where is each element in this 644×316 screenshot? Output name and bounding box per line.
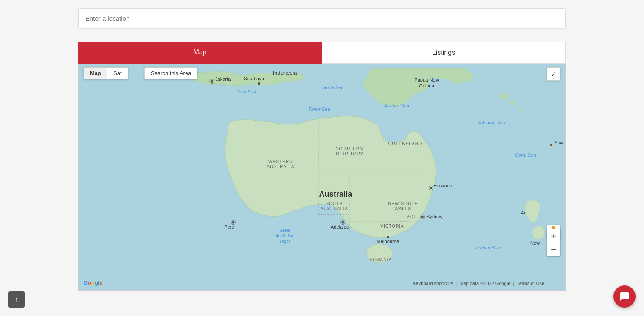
jakarta-dot [211,80,213,83]
great-australian-bight-label: Great [279,228,290,233]
terms-link[interactable]: Terms of Use [517,281,544,286]
map-view-btn-map[interactable]: Map [84,68,107,79]
new-zealand-label: New [530,240,540,245]
map-view-controls: Map Sat [84,67,128,79]
sydney-label: Sydney [427,214,443,219]
zoom-controls: + − [547,229,560,256]
tab-bar: Map Listings [78,42,566,64]
melbourne-dot [387,236,389,238]
png-label2: Guinea [419,83,435,88]
wa-label2: AUSTRALIA [267,164,294,169]
surabaya-dot [258,82,260,85]
arafura-sea-label: Arafura Sea [383,103,409,108]
tasman-sea-label: Tasman Sea [474,245,500,250]
nt-label2: TERRITORY [335,152,363,156]
sa-label: SOUTH [326,201,343,206]
keyboard-shortcuts-link[interactable]: Keyboard shortcuts [413,281,453,286]
timor-sea-label: Timor Sea [308,107,330,112]
map-container: Java Sea Banda Sea Timor Sea Arafura Sea… [78,62,566,291]
brisbane-label: Brisbane [433,183,452,188]
svg-point-6 [501,93,507,100]
coral-sea-label: Coral Sea [515,152,536,158]
tab-listings[interactable]: Listings [322,42,566,64]
suva-dot [550,144,552,146]
chat-icon [619,291,630,302]
surabaya-label: Surabaya [244,76,264,81]
banda-sea-label: Banda Sea [321,85,344,90]
google-logo: Google [84,279,103,286]
suva-label: Suva [555,141,565,145]
perth-label: Perth [224,224,236,229]
tab-map[interactable]: Map [78,42,322,64]
great-australian-bight-label2: Australian [275,234,294,238]
nt-label: NORTHERN [335,147,363,151]
fullscreen-button[interactable]: ⤢ [547,67,560,81]
act-label: ACT [407,214,416,219]
tas-label: TASMANIA [367,257,392,262]
zoom-in-button[interactable]: + [547,229,560,243]
qld-label: QUEENSLAND [388,141,422,146]
chat-button[interactable] [613,285,636,308]
adelaide-label: Adelaide [331,224,349,229]
scroll-to-top-button[interactable]: ↑ [8,291,25,308]
nsw-label: NEW SOUTH [388,201,418,206]
svg-point-8 [520,108,523,111]
great-australian-bight-label3: Bight [280,239,290,244]
search-area-button[interactable]: Search this Area [144,67,197,79]
map-svg: Java Sea Banda Sea Timor Sea Arafura Sea… [79,62,565,290]
fullscreen-icon: ⤢ [551,71,556,77]
java-sea-label: Java Sea [236,89,256,94]
vic-label: VICTORIA [380,224,404,229]
zoom-out-button[interactable]: − [547,243,560,256]
nsw-label2: WALES [394,206,411,211]
location-search-input[interactable] [78,8,566,28]
brisbane-dot [430,187,432,189]
adelaide-dot [342,221,344,224]
australia-label: Australia [319,190,352,198]
indonesia-label: Indonesia [273,70,297,76]
map-attribution: Keyboard shortcuts | Map data ©2022 Goog… [413,281,544,286]
sa-label2: AUSTRALIA [321,206,348,211]
svg-point-7 [510,101,515,105]
solomon-sea-label: Solomon Sea [477,120,505,125]
png-label: Papua New [414,77,439,82]
scroll-top-icon: ↑ [15,295,19,304]
perth-dot [232,221,234,224]
jakarta-label: Jakarta [215,76,231,82]
location-search-container [78,8,566,28]
wa-label: WESTERN [268,159,293,164]
melbourne-label: Melbourne [377,239,399,244]
map-view-btn-satellite[interactable]: Sat [107,68,128,79]
sydney-dot [421,216,424,218]
